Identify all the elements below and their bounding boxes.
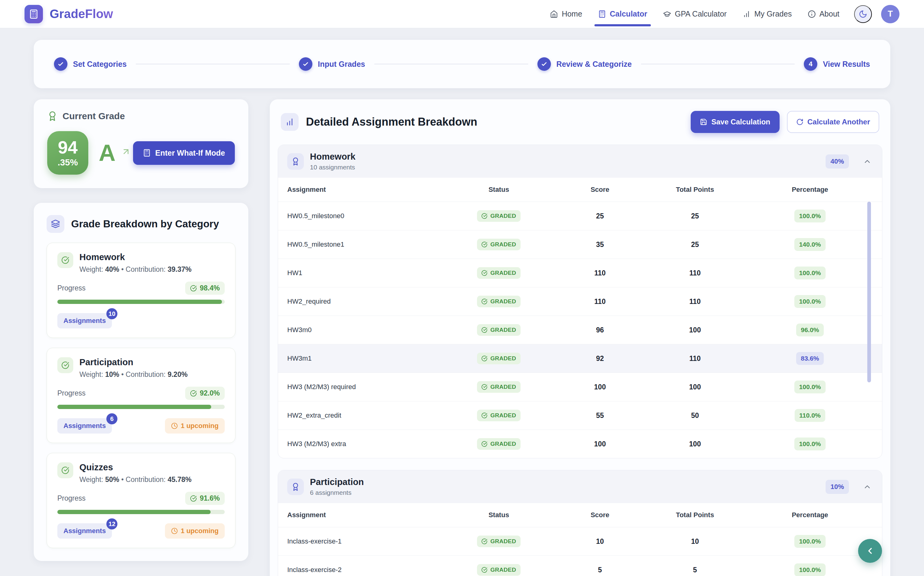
top-bar: GradeFlow Home Calculator GPA Calculator… [0, 0, 924, 28]
assignment-name: Inclass-exercise-1 [287, 538, 441, 546]
table-scrollbar[interactable] [867, 202, 871, 382]
check-circle-icon [481, 298, 488, 304]
dark-mode-toggle[interactable] [854, 5, 872, 23]
nav-item-gpa-calculator[interactable]: GPA Calculator [663, 0, 727, 28]
user-avatar[interactable]: T [881, 5, 900, 23]
status-badge: GRADED [477, 239, 520, 250]
table-row[interactable]: Inclass-exercise-2 GRADED 5 5 100.0% [278, 556, 882, 576]
total-points-value: 5 [643, 566, 747, 574]
table-row[interactable]: HW0.5_milestone0 GRADED 25 25 100.0% [278, 202, 882, 230]
category-name: Participation [79, 357, 188, 367]
calculate-another-button[interactable]: Calculate Another [787, 111, 879, 133]
step-connector [374, 64, 528, 64]
award-ribbon-icon [287, 153, 304, 170]
column-percentage: Percentage [747, 511, 873, 519]
table-row[interactable]: HW1 GRADED 110 110 100.0% [278, 259, 882, 287]
participation-section: Participation 6 assignments 10% Assignme… [278, 470, 882, 576]
step-set-categories[interactable]: Set Categories [54, 57, 127, 71]
nav-item-my-grades[interactable]: My Grades [743, 0, 792, 28]
collapse-section-button[interactable] [862, 481, 873, 492]
assignment-name: HW2_required [287, 298, 441, 306]
table-row[interactable]: HW3m0 GRADED 96 100 96.0% [278, 316, 882, 344]
check-icon [537, 57, 551, 71]
table-row[interactable]: HW3m1 GRADED 92 110 83.6% [278, 344, 882, 373]
score-value: 110 [557, 298, 643, 306]
assignment-name: HW3m0 [287, 326, 441, 334]
nav-item-calculator[interactable]: Calculator [598, 0, 647, 28]
grade-score: 94 [58, 139, 78, 156]
step-view-results[interactable]: 4 View Results [804, 57, 870, 71]
table-row[interactable]: HW3 (M2/M3) required GRADED 100 100 100.… [278, 373, 882, 402]
award-ribbon-icon [287, 478, 304, 495]
step-label: Review & Categorize [557, 60, 632, 69]
grade-breakdown-card: Grade Breakdown by Category Homework [34, 203, 248, 561]
column-assignment: Assignment [287, 186, 441, 194]
save-icon [700, 118, 707, 126]
current-grade-card: Current Grade 94 .35% A Enter What-If Mo… [34, 99, 248, 188]
status-badge: GRADED [477, 267, 520, 279]
whatif-button-label: Enter What-If Mode [155, 149, 225, 157]
calculator-logo-icon [29, 9, 38, 19]
category-card: Participation Weight: 10% • Contribution… [47, 348, 236, 443]
participation-table-body: Inclass-exercise-1 GRADED 10 10 100.0% [278, 527, 882, 576]
total-points-value: 50 [643, 411, 747, 420]
category-card: Homework Weight: 40% • Contribution: 39.… [47, 243, 236, 338]
table-row[interactable]: HW2_extra_credit GRADED 55 50 110.0% [278, 402, 882, 430]
calculator-icon [598, 10, 606, 18]
layers-icon [47, 215, 64, 233]
percentage-badge: 100.0% [794, 437, 825, 450]
check-icon [54, 57, 67, 71]
info-icon [808, 10, 816, 18]
category-name: Quizzes [79, 462, 192, 472]
current-grade-title: Current Grade [63, 111, 125, 121]
check-circle-icon [481, 242, 488, 248]
grade-score-tile: 94 .35% [47, 131, 88, 174]
progress-label: Progress [57, 389, 85, 397]
category-card: Quizzes Weight: 50% • Contribution: 45.7… [47, 453, 236, 548]
assignments-chip: Assignments 10 [57, 313, 112, 328]
category-weight-contribution: Weight: 40% • Contribution: 39.37% [79, 265, 192, 274]
enter-whatif-mode-button[interactable]: Enter What-If Mode [133, 141, 235, 165]
progress-value-badge: 98.4% [185, 282, 225, 295]
assignment-breakdown-panel: Detailed Assignment Breakdown Save Calcu… [270, 99, 890, 576]
table-row[interactable]: HW3 (M2/M3) extra GRADED 100 100 100.0% [278, 430, 882, 458]
brand-name: GradeFlow [50, 7, 113, 21]
table-row[interactable]: Inclass-exercise-1 GRADED 10 10 100.0% [278, 527, 882, 556]
step-review-categorize[interactable]: Review & Categorize [537, 57, 632, 71]
check-circle-icon [481, 355, 488, 362]
percentage-badge: 96.0% [796, 323, 824, 336]
column-status: Status [441, 186, 557, 194]
step-label: View Results [823, 60, 870, 69]
grade-score-decimal: .35% [58, 157, 78, 168]
save-calculation-button[interactable]: Save Calculation [691, 111, 779, 133]
award-ribbon-icon [47, 111, 58, 121]
score-value: 5 [557, 566, 643, 574]
collapse-sidebar-fab[interactable] [858, 539, 882, 563]
percentage-badge: 100.0% [794, 381, 825, 394]
check-circle-icon [481, 567, 488, 573]
assignments-count-badge: 6 [106, 413, 117, 424]
table-row[interactable]: HW0.5_milestone1 GRADED 35 25 140.0% [278, 230, 882, 259]
table-row[interactable]: HW2_required GRADED 110 110 100.0% [278, 287, 882, 316]
nav-item-about[interactable]: About [808, 0, 839, 28]
assignment-name: HW2_extra_credit [287, 411, 441, 419]
total-points-value: 10 [643, 538, 747, 546]
percentage-badge: 83.6% [796, 352, 824, 365]
section-title: Participation [310, 477, 364, 487]
nav-item-home[interactable]: Home [550, 0, 582, 28]
check-circle-icon [57, 357, 73, 373]
table-header-row: Assignment Status Score Total Points Per… [278, 178, 882, 202]
save-button-label: Save Calculation [711, 118, 770, 126]
percentage-badge: 110.0% [795, 409, 825, 422]
status-badge: GRADED [477, 324, 520, 336]
step-input-grades[interactable]: Input Grades [299, 57, 365, 71]
table-header-row: Assignment Status Score Total Points Per… [278, 503, 882, 527]
refresh-icon [796, 118, 804, 126]
progress-value-badge: 92.0% [185, 387, 225, 400]
check-circle-icon [481, 327, 488, 333]
section-weight-badge: 10% [826, 480, 849, 494]
collapse-section-button[interactable] [862, 156, 873, 167]
score-value: 92 [557, 355, 643, 363]
step-connector [136, 64, 290, 64]
section-title: Homework [310, 152, 355, 162]
